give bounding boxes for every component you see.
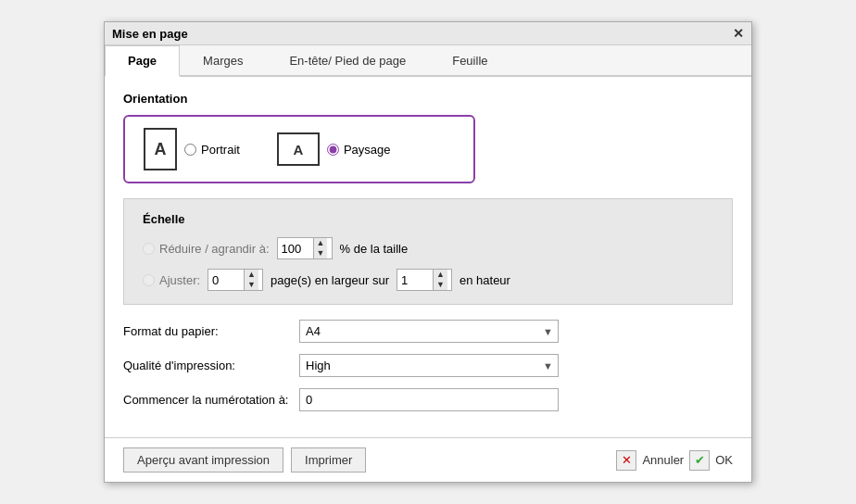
adjust-right-spinner[interactable]: ▲ ▼ [397,269,452,291]
echelle-row-reduce: Réduire / agrandir à: ▲ ▼ % de la taille [143,237,713,259]
adjust-spinner-buttons: ▲ ▼ [244,270,258,290]
print-quality-select-wrapper: High Medium Low ▼ [299,354,559,377]
cancel-icon: ✕ [622,453,632,467]
adjust-up-button[interactable]: ▲ [245,270,258,280]
dialog-title: Mise en page [112,27,188,41]
adjust-right-down-button[interactable]: ▼ [434,280,447,290]
paper-format-label: Format du papier: [123,324,290,338]
echelle-section: Échelle Réduire / agrandir à: ▲ ▼ % de l… [123,198,733,305]
orientation-box: A Portrait A Paysage [123,115,475,183]
dialog: Mise en page ✕ Page Marges En-tête/ Pied… [104,21,752,483]
cancel-label: Annuler [642,453,684,467]
content-area: Orientation A Portrait A Paysage Éche [105,77,751,437]
landscape-label: Paysage [344,143,391,157]
print-button[interactable]: Imprimer [291,447,366,472]
adjust-down-button[interactable]: ▼ [245,280,258,290]
portrait-label: Portrait [201,143,240,157]
adjust-label: Ajuster: [159,273,200,287]
tab-marges[interactable]: Marges [180,45,266,75]
reduce-radio-label[interactable]: Réduire / agrandir à: [143,242,270,256]
portrait-option: A Portrait [144,128,240,170]
tab-bar: Page Marges En-tête/ Pied de page Feuill… [105,45,751,77]
print-quality-select[interactable]: High Medium Low [299,354,559,377]
start-numbering-row: Commencer la numérotation à: [123,388,733,411]
ok-icon: ✔ [695,453,705,467]
adjust-right-spinner-buttons: ▲ ▼ [433,270,447,290]
landscape-radio[interactable] [327,144,339,156]
tab-entete[interactable]: En-tête/ Pied de page [266,45,429,75]
adjust-value-input[interactable] [208,271,244,289]
adjust-right-up-button[interactable]: ▲ [434,270,447,280]
reduce-suffix: % de la taille [340,242,409,256]
tab-page[interactable]: Page [105,45,180,77]
portrait-icon: A [144,128,177,170]
echelle-title: Échelle [143,212,713,226]
adjust-radio-label[interactable]: Ajuster: [143,273,200,287]
close-button[interactable]: ✕ [733,26,744,41]
portrait-radio[interactable] [184,144,196,156]
landscape-option: A Paysage [277,132,391,166]
reduce-up-button[interactable]: ▲ [314,238,328,248]
paper-format-row: Format du papier: A4 A3 Letter ▼ [123,320,733,343]
cancel-icon-button[interactable]: ✕ [616,450,636,471]
paper-format-select[interactable]: A4 A3 Letter [299,320,559,343]
adjust-mid-label: page(s) en largeur sur [271,273,389,287]
landscape-icon: A [277,132,320,166]
preview-button[interactable]: Aperçu avant impression [123,447,283,472]
reduce-radio[interactable] [143,243,155,255]
adjust-radio[interactable] [143,274,155,286]
adjust-right-value-input[interactable] [397,271,433,289]
tab-feuille[interactable]: Feuille [429,45,510,75]
echelle-row-adjust: Ajuster: ▲ ▼ page(s) en largeur sur ▲ ▼ [143,269,713,291]
adjust-spinner[interactable]: ▲ ▼ [208,269,263,291]
reduce-down-button[interactable]: ▼ [314,248,328,258]
start-numbering-label: Commencer la numérotation à: [123,393,290,407]
reduce-label: Réduire / agrandir à: [159,242,270,256]
portrait-radio-label[interactable]: Portrait [184,143,240,157]
footer-left: Aperçu avant impression Imprimer [123,447,366,472]
start-numbering-input[interactable] [299,388,559,411]
print-quality-label: Qualité d'impression: [123,359,290,372]
adjust-suffix: en hateur [459,273,510,287]
ok-label: OK [715,453,733,467]
orientation-title: Orientation [123,92,733,106]
landscape-radio-label[interactable]: Paysage [327,143,391,157]
paper-format-select-wrapper: A4 A3 Letter ▼ [299,320,559,343]
footer: Aperçu avant impression Imprimer ✕ Annul… [105,437,751,482]
reduce-spinner[interactable]: ▲ ▼ [277,237,333,259]
title-bar: Mise en page ✕ [105,22,751,45]
reduce-value-input[interactable] [278,240,313,258]
print-quality-row: Qualité d'impression: High Medium Low ▼ [123,354,733,377]
footer-right: ✕ Annuler ✔ OK [616,450,733,471]
reduce-spinner-buttons: ▲ ▼ [313,238,328,258]
ok-icon-button[interactable]: ✔ [689,450,710,471]
